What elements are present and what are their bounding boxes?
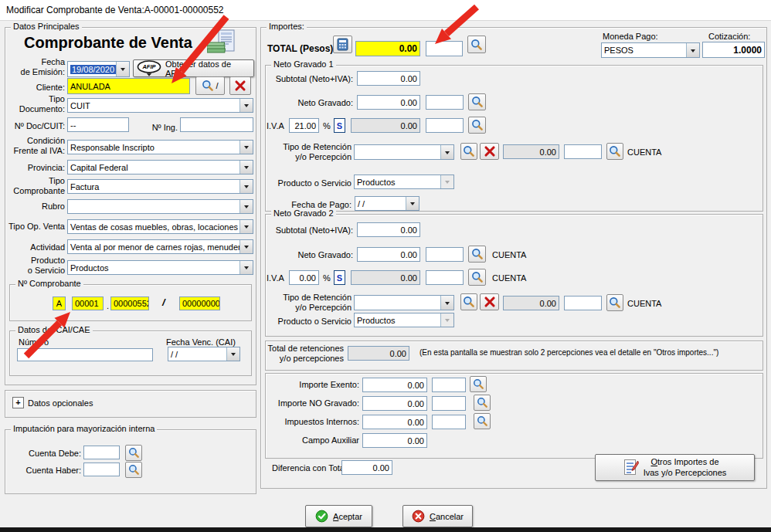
importe-exento-field[interactable]: 0.00 — [362, 378, 427, 392]
retenciones-field[interactable]: 0.00 — [348, 346, 409, 361]
impuestos-internos-field[interactable]: 0.00 — [362, 415, 427, 429]
tipo-documento-label: Tipo Documento: — [5, 94, 65, 114]
datos-opcionales-label[interactable]: Datos opcionales — [28, 398, 93, 408]
ng2-neto-field[interactable]: 0.00 — [357, 247, 420, 262]
obtener-datos-afip-button[interactable]: AFIP Obtener datos de AFIP — [133, 59, 254, 77]
num-ing-label: Nº Ing. — [136, 123, 178, 133]
moneda-pago-combo[interactable]: PESOS — [601, 42, 700, 58]
otros-importes-button[interactable]: Otros Importes deIvas y/o Percepciones — [595, 454, 755, 481]
importe-exento-aux-field[interactable] — [432, 378, 466, 392]
ng2-retencion-clear-button[interactable] — [480, 293, 499, 310]
provincia-dropdown-icon[interactable] — [239, 161, 253, 174]
impuestos-internos-search-button[interactable] — [474, 413, 491, 429]
producto-servicio-dropdown-icon[interactable] — [239, 261, 253, 274]
cai-fecha-venc-combo[interactable]: / / — [168, 347, 240, 361]
moneda-pago-dropdown-icon[interactable] — [686, 43, 699, 57]
provincia-combo[interactable]: Capital Federal — [67, 160, 253, 175]
cuenta-debe-search-button[interactable] — [125, 445, 142, 461]
importe-exento-search-button[interactable] — [470, 376, 487, 392]
importe-no-gravado-aux-field[interactable] — [432, 396, 466, 411]
cai-numero-field[interactable] — [17, 348, 153, 361]
ng2-iva-rate-field[interactable]: 0.00 — [289, 270, 319, 285]
rubro-value — [68, 200, 239, 213]
cliente-clear-button[interactable] — [229, 76, 251, 95]
tipo-op-venta-dropdown-icon[interactable] — [239, 220, 253, 233]
ng1-iva-search-button[interactable] — [468, 117, 486, 134]
ng2-neto-search-button[interactable] — [468, 246, 486, 263]
ng1-neto-field[interactable]: 0.00 — [357, 95, 420, 110]
condicion-iva-combo[interactable]: Responsable Inscripto — [67, 140, 253, 154]
cuenta-haber-search-button[interactable] — [125, 462, 142, 478]
ng1-retencion-search-button[interactable] — [460, 143, 477, 160]
ng1-neto-aux-field[interactable] — [426, 95, 464, 110]
condicion-iva-dropdown-icon[interactable] — [239, 141, 253, 154]
tipo-comprobante-combo[interactable]: Factura — [67, 179, 253, 194]
tipo-comprobante-dropdown-icon[interactable] — [239, 180, 253, 193]
cuenta-haber-field[interactable] — [83, 463, 120, 476]
rubro-combo[interactable] — [67, 199, 253, 214]
ng2-neto-aux-field[interactable] — [426, 247, 464, 262]
ng1-iva-field[interactable]: 0.00 — [351, 118, 420, 133]
expand-plus-icon[interactable]: + — [12, 397, 24, 408]
ng1-retencion-cuenta-search-button[interactable] — [606, 143, 623, 160]
datos-principales-title: Datos Principales — [11, 22, 82, 31]
retenciones-note: (En esta pantalla se muestran solo 2 per… — [419, 348, 759, 357]
ng2-subtotal-field[interactable]: 0.00 — [357, 222, 420, 237]
actividad-dropdown-icon[interactable] — [239, 240, 253, 253]
tipo-documento-dropdown-icon[interactable] — [239, 99, 253, 112]
campo-auxiliar-field[interactable]: 0.00 — [362, 433, 427, 448]
fecha-emision-combo[interactable]: 19/08/2020 — [67, 61, 130, 77]
ng1-neto-search-button[interactable] — [468, 93, 486, 110]
ng1-iva-rate-field[interactable]: 21.00 — [289, 118, 319, 133]
cancelar-button[interactable]: Cancelar — [402, 505, 473, 527]
aceptar-button[interactable]: Aceptar — [305, 505, 372, 527]
ng2-s-button[interactable]: S — [334, 270, 345, 285]
comprobante-numero-field[interactable]: 00000552 — [110, 296, 149, 310]
ng1-s-button[interactable]: S — [334, 118, 345, 133]
ng2-retencion-aux-field[interactable] — [564, 296, 602, 310]
importe-no-gravado-field[interactable]: 0.00 — [362, 396, 427, 411]
ng2-iva-aux-field[interactable] — [426, 270, 464, 285]
ng2-retencion-field[interactable]: 0.00 — [503, 296, 559, 310]
tipo-op-venta-combo[interactable]: Ventas de cosas muebles, obras, locacion… — [67, 219, 253, 234]
importe-no-gravado-search-button[interactable] — [474, 395, 491, 411]
num-doc-field[interactable]: -- — [67, 117, 129, 132]
rubro-dropdown-icon[interactable] — [239, 200, 253, 213]
cliente-field[interactable]: ANULADA — [67, 78, 190, 94]
fecha-emision-dropdown-icon[interactable] — [116, 62, 129, 76]
ng1-retencion-dropdown-icon[interactable] — [440, 145, 453, 159]
tipo-documento-combo[interactable]: CUIT — [67, 98, 253, 113]
ng1-fecha-pago-dropdown-icon[interactable] — [406, 197, 419, 210]
ng2-retencion-dropdown-icon[interactable] — [440, 296, 453, 310]
diferencia-field[interactable]: 0.00 — [341, 460, 392, 475]
ng2-iva-search-button[interactable] — [468, 269, 486, 286]
ng1-retencion-clear-button[interactable] — [480, 143, 499, 160]
ng2-retencion-search-button[interactable] — [460, 293, 477, 310]
ng2-retencion-combo[interactable] — [354, 295, 454, 310]
producto-servicio-combo[interactable]: Productos — [67, 260, 253, 275]
ng1-retencion-field[interactable]: 0.00 — [503, 144, 559, 159]
search-icon — [471, 96, 484, 108]
ng1-subtotal-field[interactable]: 0.00 — [357, 71, 420, 86]
total-aux-field[interactable] — [426, 41, 463, 56]
cliente-search-button[interactable]: / — [195, 76, 225, 95]
total-field[interactable]: 0.00 — [355, 41, 420, 56]
comprobante-hasta-field[interactable]: 00000000 — [179, 296, 220, 310]
ng1-fecha-pago-combo[interactable]: / / — [355, 196, 419, 211]
ng1-retencion-aux-field[interactable] — [564, 144, 602, 159]
fecha-emision-value: 19/08/2020 — [70, 65, 116, 74]
impuestos-internos-aux-field[interactable] — [432, 415, 466, 429]
cai-fecha-venc-dropdown-icon[interactable] — [226, 347, 239, 361]
comprobante-punto-venta-field[interactable]: 00001 — [72, 296, 104, 310]
actividad-combo[interactable]: Venta al por menor de carnes rojas, menu… — [67, 239, 253, 254]
total-search-button[interactable] — [467, 36, 486, 53]
ng1-retencion-combo[interactable] — [354, 144, 454, 160]
ng1-iva-aux-field[interactable] — [426, 118, 464, 133]
ng2-iva-field[interactable]: 0.00 — [351, 270, 420, 285]
num-ing-field[interactable] — [180, 117, 253, 132]
cuenta-debe-field[interactable] — [83, 446, 120, 459]
ng2-retencion-cuenta-search-button[interactable] — [606, 294, 623, 311]
calculator-button[interactable] — [333, 36, 352, 53]
cotizacion-field[interactable]: 1.0000 — [702, 42, 765, 58]
comprobante-letra-field[interactable]: A — [53, 296, 66, 310]
